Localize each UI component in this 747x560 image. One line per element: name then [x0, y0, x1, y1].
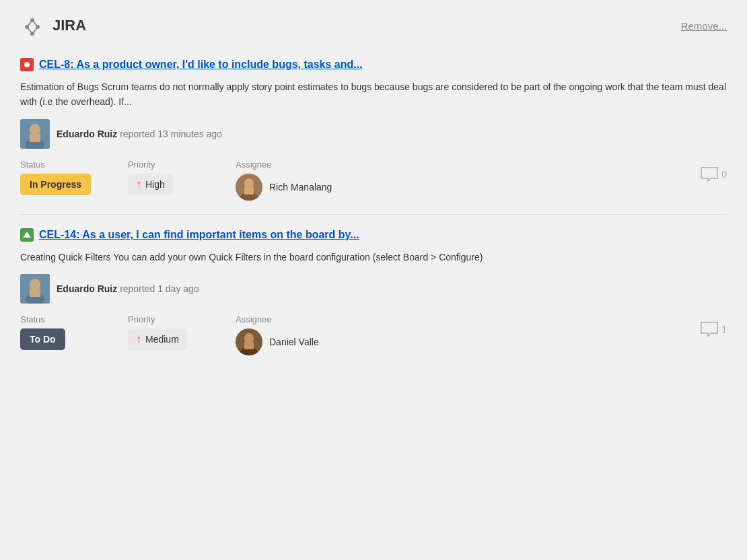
reporter-name-cel14: Eduardo Ruiz [57, 283, 117, 294]
status-badge-cel14: To Do [20, 328, 65, 350]
reporter-row-cel14: Eduardo Ruiz reported 1 day ago [20, 274, 727, 304]
issue-description-cel8: Estimation of Bugs Scrum teams do not no… [20, 79, 727, 110]
issue-title-link-cel8[interactable]: CEL-8: As a product owner, I'd like to i… [39, 59, 363, 71]
divider [20, 214, 727, 215]
svg-rect-23 [244, 342, 254, 349]
app-title: JIRA [52, 17, 86, 34]
assignee-label-cel14: Assignee [236, 314, 343, 324]
status-label-cel8: Status [20, 160, 128, 170]
comment-bubble-cel14: 1 [700, 321, 727, 337]
reporter-info-cel8: Eduardo Ruiz reported 13 minutes ago [57, 129, 222, 139]
svg-line-3 [27, 20, 32, 27]
meta-row-cel8: Status In Progress Priority ↑ High Assig… [20, 160, 727, 201]
assignee-name-daniel: Daniel Valle [269, 337, 319, 347]
meta-row-cel14: Status To Do Priority ↑ Medium Assignee [20, 314, 727, 355]
reporter-time-cel14: reported 1 day ago [120, 283, 199, 294]
issue-description-cel14: Creating Quick Filters You can add your … [20, 250, 727, 265]
assignee-avatar-daniel [236, 328, 262, 355]
svg-rect-15 [244, 187, 254, 195]
issue-title-link-cel14[interactable]: CEL-14: As a user, I can find important … [39, 229, 359, 241]
status-field-cel14: Status To Do [20, 314, 128, 350]
comment-count-cel14: 1 [721, 324, 727, 335]
priority-field-cel8: Priority ↑ High [128, 160, 236, 195]
remove-button[interactable]: Remove... [681, 20, 727, 32]
issue-card-cel14: CEL-14: As a user, I can find important … [20, 221, 727, 362]
status-field-cel8: Status In Progress [20, 160, 128, 195]
assignee-field-cel14: Assignee Daniel Valle [236, 314, 343, 355]
reporter-time-cel8: reported 13 minutes ago [120, 129, 222, 139]
reporter-info-cel14: Eduardo Ruiz reported 1 day ago [57, 283, 199, 294]
priority-value-cel8: High [145, 179, 165, 190]
priority-badge-cel8: ↑ High [128, 174, 173, 195]
avatar-eduardo-cel14 [20, 274, 50, 304]
svg-point-7 [30, 32, 34, 36]
header-left: JIRA [20, 13, 86, 38]
avatar-eduardo-cel8 [20, 119, 50, 149]
priority-value-cel14: Medium [145, 334, 179, 345]
assignee-name-rich: Rich Manalang [269, 182, 332, 193]
comment-count-cel8: 0 [721, 169, 727, 180]
assignee-label-cel8: Assignee [236, 160, 343, 170]
priority-arrow-icon-cel8: ↑ [136, 178, 141, 190]
status-badge-cel8: In Progress [20, 174, 91, 195]
assignee-row-cel14: Daniel Valle [236, 328, 343, 355]
assignee-field-cel8: Assignee Rich Manalang [236, 160, 343, 201]
svg-rect-11 [30, 134, 40, 142]
issue-card-cel8: CEL-8: As a product owner, I'd like to i… [20, 51, 727, 207]
page-container: JIRA Remove... CEL-8: As a product owner… [0, 0, 747, 382]
status-label-cel14: Status [20, 314, 128, 324]
priority-badge-cel14: ↑ Medium [128, 328, 187, 350]
priority-label-cel14: Priority [128, 314, 236, 324]
jira-logo-icon [20, 13, 44, 38]
issue-title-row: CEL-8: As a product owner, I'd like to i… [20, 58, 727, 71]
comment-icon-cel14 [700, 321, 719, 337]
assignee-avatar-rich [236, 174, 262, 201]
priority-field-cel14: Priority ↑ Medium [128, 314, 236, 350]
priority-arrow-icon-cel14: ↑ [136, 333, 141, 345]
svg-line-4 [32, 20, 38, 27]
comment-icon-cel8 [700, 166, 719, 182]
story-icon [20, 228, 34, 242]
svg-rect-19 [30, 289, 40, 297]
reporter-name-cel8: Eduardo Ruiz [57, 129, 117, 139]
issue-title-row-cel14: CEL-14: As a user, I can find important … [20, 228, 727, 242]
page-header: JIRA Remove... [20, 13, 727, 38]
bug-icon [20, 58, 34, 71]
comment-bubble-cel8: 0 [700, 166, 727, 182]
reporter-row-cel8: Eduardo Ruiz reported 13 minutes ago [20, 119, 727, 149]
assignee-row-cel8: Rich Manalang [236, 174, 343, 201]
priority-label-cel8: Priority [128, 160, 236, 170]
